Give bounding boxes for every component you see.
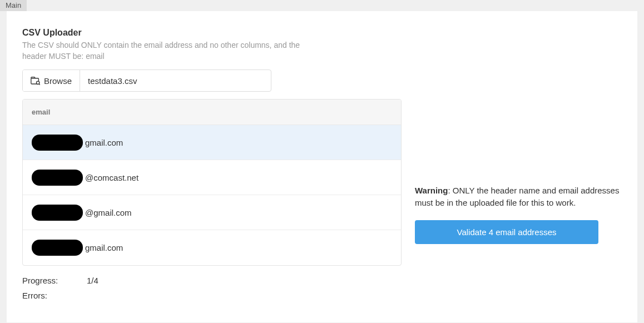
- progress-value: 1/4: [87, 276, 98, 285]
- email-cell: gmail.com: [85, 138, 123, 147]
- validate-button[interactable]: Validate 4 email addresses: [415, 220, 598, 244]
- errors-row: Errors:: [22, 291, 402, 300]
- table-row[interactable]: @gmail.com: [23, 195, 401, 230]
- table-row[interactable]: gmail.com: [23, 230, 401, 265]
- redacted-text: [32, 240, 83, 256]
- uploader-column: CSV Uploader The CSV should ONLY contain…: [22, 28, 402, 300]
- browse-icon: [31, 76, 40, 85]
- table-row[interactable]: gmail.com: [23, 125, 401, 160]
- errors-label: Errors:: [22, 291, 87, 300]
- browse-label: Browse: [44, 76, 72, 86]
- side-column: Warning: ONLY the header name and email …: [415, 28, 622, 300]
- redacted-text: [32, 205, 83, 221]
- uploader-title: CSV Uploader: [22, 28, 402, 38]
- uploader-description: The CSV should ONLY contain the email ad…: [22, 40, 311, 62]
- warning-strong: Warning: [415, 186, 448, 195]
- svg-line-2: [39, 84, 40, 85]
- svg-point-1: [36, 81, 39, 84]
- file-name: testdata3.csv: [80, 70, 271, 91]
- progress-label: Progress:: [22, 276, 87, 285]
- browse-button[interactable]: Browse: [23, 70, 80, 91]
- file-picker: Browse testdata3.csv: [22, 69, 271, 92]
- table-row[interactable]: @comcast.net: [23, 160, 401, 195]
- warning-text: Warning: ONLY the header name and email …: [415, 185, 622, 209]
- redacted-text: [32, 135, 83, 151]
- table-header-email: email: [23, 100, 401, 125]
- email-cell: @gmail.com: [85, 208, 132, 217]
- progress-row: Progress: 1/4: [22, 276, 402, 285]
- tab-main[interactable]: Main: [0, 0, 27, 11]
- main-panel: CSV Uploader The CSV should ONLY contain…: [7, 11, 637, 322]
- email-cell: gmail.com: [85, 243, 123, 252]
- email-table: email gmail.com @comcast.net @gmail.com …: [22, 99, 402, 266]
- email-cell: @comcast.net: [85, 173, 138, 182]
- redacted-text: [32, 170, 83, 186]
- tab-bar: Main: [0, 0, 644, 11]
